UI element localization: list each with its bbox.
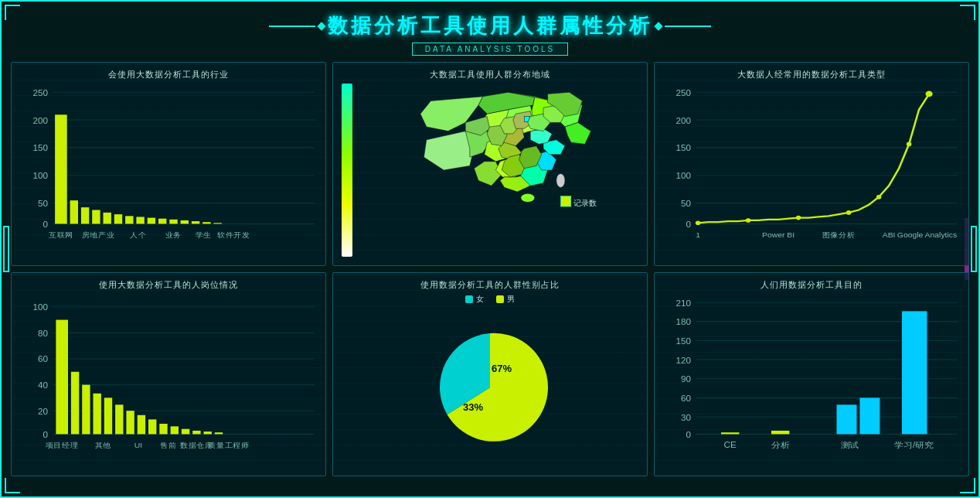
svg-text:Power BI: Power BI <box>762 231 795 239</box>
page-subtitle: DATA ANALYSIS TOOLS <box>412 43 568 56</box>
svg-rect-19 <box>136 217 144 223</box>
female-label: 女 <box>476 294 484 305</box>
map-legend-bar <box>339 84 355 257</box>
position-panel: 使用大数据分析工具的人岗位情况 100 80 60 40 20 0 <box>11 272 326 476</box>
svg-text:0: 0 <box>43 431 48 439</box>
pie-svg-container: 67% 33% <box>420 308 560 467</box>
svg-text:100: 100 <box>32 303 48 312</box>
svg-text:CE: CE <box>724 441 737 449</box>
svg-text:项目经理: 项目经理 <box>46 442 79 449</box>
svg-text:Google Analytics: Google Analytics <box>897 231 957 239</box>
svg-text:学生: 学生 <box>196 231 212 239</box>
svg-rect-116 <box>192 431 200 434</box>
page-title: 数据分析工具使用人群属性分析 <box>328 12 652 39</box>
industry-chart-svg: 250 200 150 100 50 0 <box>18 84 319 257</box>
svg-text:150: 150 <box>675 337 691 346</box>
svg-point-82 <box>796 216 801 220</box>
svg-point-65 <box>556 173 565 187</box>
map-chart-area: 记录数 <box>339 84 641 257</box>
gender-title: 使用数据分析工具的人群性别占比 <box>339 279 641 291</box>
map-title: 大数据工具使用人群分布地域 <box>339 69 641 80</box>
svg-rect-144 <box>771 431 789 434</box>
svg-rect-111 <box>138 415 145 435</box>
svg-text:ABI: ABI <box>883 231 896 239</box>
svg-text:软件开发: 软件开发 <box>217 231 250 239</box>
svg-text:40: 40 <box>38 381 48 390</box>
svg-text:50: 50 <box>38 200 48 208</box>
svg-text:学习/研究: 学习/研究 <box>894 441 933 449</box>
svg-rect-113 <box>159 424 167 434</box>
svg-text:60: 60 <box>38 355 48 363</box>
svg-text:售前: 售前 <box>160 442 176 449</box>
side-left-decoration <box>3 226 9 272</box>
svg-rect-147 <box>902 311 927 434</box>
svg-rect-23 <box>181 220 189 223</box>
svg-text:0: 0 <box>686 431 691 439</box>
position-chart-area: 100 80 60 40 20 0 <box>18 294 319 467</box>
svg-text:100: 100 <box>32 172 48 180</box>
svg-point-80 <box>696 221 701 226</box>
svg-point-85 <box>907 142 912 147</box>
svg-text:210: 210 <box>675 298 691 307</box>
tools-title: 大数据人经常用的数据分析工具类型 <box>661 69 962 80</box>
svg-text:33%: 33% <box>463 401 483 413</box>
svg-text:测试: 测试 <box>841 441 859 449</box>
svg-rect-115 <box>182 429 189 435</box>
gender-panel: 使用数据分析工具的人群性别占比 女 男 <box>332 272 648 476</box>
svg-text:UI: UI <box>134 442 142 449</box>
svg-text:记录数: 记录数 <box>573 199 597 207</box>
svg-text:90: 90 <box>681 375 691 384</box>
svg-rect-26 <box>214 223 222 223</box>
svg-rect-13 <box>70 200 78 223</box>
svg-rect-146 <box>859 397 880 434</box>
svg-text:67%: 67% <box>492 363 512 374</box>
industry-panel: 会使用大数据分析工具的行业 250 200 150 100 50 0 <box>11 62 326 266</box>
legend-female: 女 <box>465 294 484 305</box>
svg-text:150: 150 <box>675 144 691 152</box>
page-wrapper: 数据分析工具使用人群属性分析 DATA ANALYSIS TOOLS 会使用大数… <box>0 0 980 498</box>
svg-rect-145 <box>837 404 857 434</box>
svg-text:图像分析: 图像分析 <box>822 231 856 239</box>
purpose-chart-area: 210 180 150 120 90 60 30 0 <box>661 294 962 467</box>
svg-text:业务: 业务 <box>165 231 182 239</box>
svg-point-83 <box>846 210 852 215</box>
position-title: 使用大数据分析工具的人岗位情况 <box>18 279 319 291</box>
svg-text:人个: 人个 <box>130 231 146 239</box>
svg-rect-106 <box>82 385 90 435</box>
tools-chart-svg: 250 200 150 100 50 0 <box>661 84 962 257</box>
charts-grid: 会使用大数据分析工具的行业 250 200 150 100 50 0 <box>8 59 972 479</box>
pie-legend: 女 男 <box>465 294 515 305</box>
svg-rect-20 <box>148 218 155 224</box>
svg-text:80: 80 <box>38 329 48 338</box>
svg-rect-14 <box>81 207 89 223</box>
svg-text:120: 120 <box>675 356 691 364</box>
svg-rect-117 <box>204 431 212 434</box>
svg-rect-118 <box>215 432 223 434</box>
header: 数据分析工具使用人群属性分析 DATA ANALYSIS TOOLS <box>8 8 972 59</box>
side-right-decoration <box>971 226 977 272</box>
svg-rect-107 <box>94 394 101 435</box>
svg-text:60: 60 <box>681 394 691 403</box>
svg-rect-66 <box>560 196 570 206</box>
male-label: 男 <box>507 294 515 305</box>
svg-rect-15 <box>92 210 100 224</box>
svg-text:200: 200 <box>32 116 48 124</box>
svg-text:100: 100 <box>675 172 691 180</box>
svg-text:50: 50 <box>681 200 691 208</box>
svg-text:250: 250 <box>675 88 691 97</box>
svg-rect-17 <box>114 214 122 223</box>
svg-rect-114 <box>171 426 179 434</box>
purpose-title: 人们用数据分析工具目的 <box>661 279 962 291</box>
position-chart-svg: 100 80 60 40 20 0 <box>18 294 319 467</box>
gender-chart-area: 女 男 <box>339 294 641 467</box>
svg-text:其他: 其他 <box>95 442 111 449</box>
purpose-panel: 人们用数据分析工具目的 210 180 150 120 <box>654 272 969 476</box>
svg-rect-112 <box>148 419 156 434</box>
svg-rect-109 <box>115 404 123 434</box>
svg-text:房地产业: 房地产业 <box>82 231 115 239</box>
svg-marker-41 <box>424 131 474 170</box>
corner-br <box>960 478 975 493</box>
svg-point-86 <box>926 91 933 97</box>
map-area: 记录数 <box>359 84 641 257</box>
svg-text:200: 200 <box>675 116 691 124</box>
